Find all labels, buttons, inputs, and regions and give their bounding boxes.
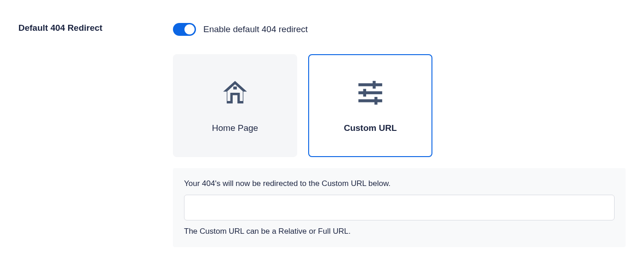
svg-rect-4 (358, 99, 382, 102)
option-cards: Home Page Custom URL (173, 54, 626, 157)
option-custom-url[interactable]: Custom URL (308, 54, 432, 157)
svg-rect-5 (374, 97, 377, 105)
toggle-knob (184, 24, 195, 34)
section-title: Default 404 Redirect (18, 23, 173, 33)
toggle-row: Enable default 404 redirect (173, 23, 626, 36)
home-icon (220, 78, 250, 107)
custom-url-hint: The Custom URL can be a Relative or Full… (184, 227, 615, 236)
option-home-page[interactable]: Home Page (173, 54, 297, 157)
option-custom-url-label: Custom URL (344, 123, 397, 133)
toggle-label: Enable default 404 redirect (203, 24, 308, 34)
svg-rect-3 (363, 89, 366, 97)
sliders-icon (356, 78, 385, 107)
custom-url-panel: Your 404's will now be redirected to the… (173, 168, 626, 247)
svg-rect-0 (358, 83, 382, 86)
custom-url-description: Your 404's will now be redirected to the… (184, 179, 615, 188)
custom-url-input[interactable] (184, 195, 615, 220)
svg-rect-2 (358, 91, 382, 94)
option-home-page-label: Home Page (212, 123, 258, 133)
svg-rect-1 (373, 81, 375, 89)
enable-redirect-toggle[interactable] (173, 23, 196, 36)
